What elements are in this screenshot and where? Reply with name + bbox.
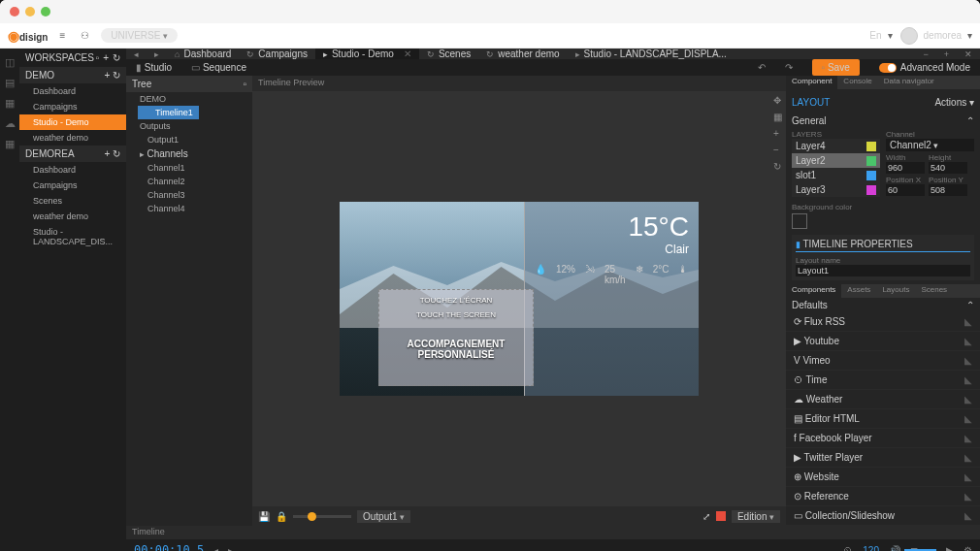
layer-row[interactable]: slot1 [792,168,880,182]
ws-item-selected[interactable]: Studio - Demo [19,114,126,130]
tree-item-selected[interactable]: Timeline1 [138,106,199,119]
bookmark-icon[interactable]: ◣ [964,433,972,443]
expand-icon[interactable]: ⤢ [702,511,710,522]
stage[interactable]: 15°C Clair 💧12% 🌬25 km/h ❄2°C 🌡19°C TOUC… [252,91,786,506]
posy-input[interactable] [929,184,967,196]
chevron-up-icon[interactable]: ⌃ [966,115,974,126]
component-item[interactable]: ▶ Twitter Player◣ [786,448,980,468]
component-item[interactable]: f Facebook Player◣ [786,429,980,448]
component-item[interactable]: ⏲ Time◣ [786,371,980,390]
ws-item[interactable]: Campaigns [19,178,126,193]
component-item[interactable]: ☁ Weather◣ [786,390,980,409]
ws-item[interactable]: weather demo [19,130,126,146]
rail-cloud-icon[interactable]: ☁ [5,117,16,130]
width-input[interactable] [886,162,925,174]
posx-input[interactable] [886,184,925,196]
bookmark-icon[interactable]: ◣ [964,374,972,385]
scenes-tab[interactable]: Scenes [915,284,953,298]
close-all-icon[interactable]: ✕ [957,49,980,59]
sequence-tab[interactable]: ▭ Sequence [191,62,246,73]
next-icon[interactable]: ▸ [228,545,233,552]
undo-icon[interactable]: ↶ [758,62,766,73]
tree-item[interactable]: Channel4 [126,202,252,215]
ws-item[interactable]: Dashboard [19,83,126,99]
tab[interactable]: ⌂ Dashboard [167,49,239,59]
ws-item[interactable]: Studio - LANDSCAPE_DIS... [19,224,126,249]
actions-dropdown[interactable]: Actions ▾ [934,97,974,108]
layouts-tab[interactable]: Layouts [876,284,915,298]
components-tab[interactable]: Components [786,284,841,298]
clock-icon[interactable]: ⏲ [843,545,853,552]
assets-tab[interactable]: Assets [841,284,876,298]
layout-name-input[interactable] [796,265,970,276]
rail-grid-icon[interactable]: ▦ [5,138,15,150]
close-icon[interactable]: ✕ [404,49,411,59]
user-menu[interactable]: demorea ▾ [900,27,972,45]
record-icon[interactable] [716,511,726,521]
component-item[interactable]: ▤ Editor HTML◣ [786,409,980,429]
minus-icon[interactable]: − [773,145,782,155]
bookmark-icon[interactable]: ◣ [964,316,972,327]
tree-settings-icon[interactable]: ▫ [243,79,246,89]
rail-dashboard-icon[interactable]: ◫ [5,56,15,69]
tree-item[interactable]: Channel1 [126,161,252,175]
save-icon[interactable]: 💾 [258,511,270,522]
component-tab[interactable]: Component [786,76,837,89]
prev-icon[interactable]: ◂ [213,545,218,552]
min-dot[interactable] [25,7,35,16]
bookmark-icon[interactable]: ◣ [964,355,972,366]
move-icon[interactable]: ✥ [773,95,782,106]
plus-icon[interactable]: + [936,49,957,59]
studio-tab[interactable]: ▮ Studio [136,62,172,73]
max-dot[interactable] [41,7,50,16]
output-dropdown[interactable]: Output1 ▾ [357,510,410,523]
tree-root[interactable]: DEMO [126,92,252,106]
rail-media-icon[interactable]: ▦ [5,97,15,110]
bookmark-icon[interactable]: ◣ [964,491,972,502]
ws-item[interactable]: Dashboard [19,162,126,178]
component-item[interactable]: ⟳ Flux RSS◣ [786,312,980,332]
sitemap-icon[interactable]: ⚇ [77,30,93,41]
ws-plus-icon[interactable]: + [103,52,109,63]
component-item[interactable]: ▶ Youtube◣ [786,332,980,351]
rail-layers-icon[interactable]: ▤ [5,77,15,89]
nav-fwd-icon[interactable]: ▸ [147,49,167,59]
tree-item[interactable]: ▸ Channels [126,146,252,161]
tree-item[interactable]: Output1 [126,133,252,146]
scene-preview[interactable]: 15°C Clair 💧12% 🌬25 km/h ❄2°C 🌡19°C TOUC… [340,202,699,396]
ws-item[interactable]: Campaigns [19,99,126,114]
ws-refresh-icon[interactable]: ↻ [113,52,120,63]
datanav-tab[interactable]: Data navigator [878,76,940,89]
weather-widget[interactable]: 15°C Clair 💧12% 🌬25 km/h ❄2°C 🌡19°C [524,202,699,396]
zoom-slider[interactable] [293,515,351,518]
save-button[interactable]: ▫ Save [812,59,860,76]
menu-icon[interactable]: ≡ [55,30,69,41]
ws-item[interactable]: Scenes [19,193,126,209]
universe-dropdown[interactable]: UNIVERSE ▾ [101,28,178,43]
tree-item[interactable]: Channel2 [126,175,252,188]
grid-icon[interactable]: ▦ [773,112,782,122]
channel-dropdown[interactable]: Channel2 ▾ [886,139,974,151]
bookmark-icon[interactable]: ◣ [964,394,972,405]
layer-row[interactable]: Layer3 [792,182,880,197]
component-item[interactable]: ⊕ Website◣ [786,468,980,487]
component-item[interactable]: ▭ Collection/Slideshow◣ [786,506,980,526]
bookmark-icon[interactable]: ◣ [964,413,972,424]
bgcolor-swatch[interactable] [792,213,807,229]
redo-icon[interactable]: ↷ [785,62,793,73]
nav-back-icon[interactable]: ◂ [126,49,147,59]
lang-dropdown[interactable]: En ▾ [869,30,892,41]
layer-row-selected[interactable]: Layer2 [792,153,880,168]
bookmark-icon[interactable]: ◣ [964,471,972,482]
chevron-up-icon[interactable]: ⌃ [966,300,974,310]
ws-item[interactable]: weather demo [19,209,126,224]
play-icon[interactable]: ▶ [946,545,954,552]
rotate-icon[interactable]: ↻ [773,161,782,172]
tab[interactable]: ▸ Studio - LANDSCAPE_DISPLA... [568,49,735,59]
tree-item[interactable]: Outputs [126,119,252,133]
ws-group-demo[interactable]: DEMO+ ↻ [19,67,126,83]
ws-add-icon[interactable]: ▫ [96,52,100,63]
layer-row[interactable]: Layer4 [792,139,880,153]
tab-active[interactable]: ▸ Studio - Demo✕ [315,49,419,59]
bookmark-icon[interactable]: ◣ [964,510,972,521]
